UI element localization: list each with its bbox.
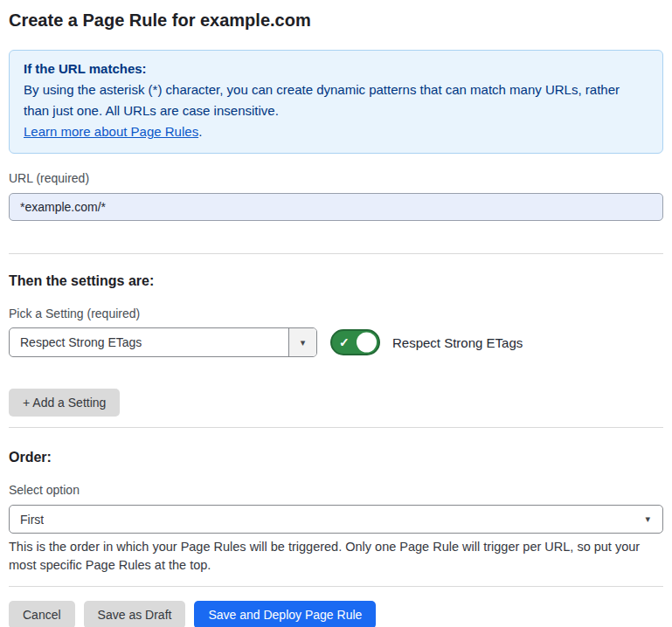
order-select-value: First (10, 513, 44, 527)
settings-section-heading: Then the settings are: (9, 272, 663, 289)
respect-strong-etags-toggle[interactable]: ✓ (330, 329, 380, 355)
info-box-link-line: Learn more about Page Rules. (24, 121, 648, 142)
footer-actions: Cancel Save as Draft Save and Deploy Pag… (9, 601, 663, 627)
save-as-draft-button[interactable]: Save as Draft (84, 601, 186, 627)
setting-picker-label: Pick a Setting (required) (9, 307, 663, 321)
setting-select-value: Respect Strong ETags (10, 335, 142, 349)
page-title: Create a Page Rule for example.com (9, 0, 663, 31)
save-and-deploy-button[interactable]: Save and Deploy Page Rule (194, 601, 376, 627)
page-rule-form: Create a Page Rule for example.com If th… (0, 0, 672, 627)
order-section-heading: Order: (9, 449, 663, 465)
divider (9, 253, 663, 254)
link-suffix: . (198, 124, 202, 139)
check-icon: ✓ (339, 336, 350, 348)
chevron-down-icon: ▾ (645, 513, 662, 525)
chevron-down-icon[interactable]: ▾ (288, 328, 316, 356)
divider (9, 586, 663, 587)
add-setting-button[interactable]: + Add a Setting (9, 389, 120, 417)
order-help-text: This is the order in which your Page Rul… (9, 538, 660, 575)
order-select-label: Select option (9, 483, 663, 498)
learn-more-link[interactable]: Learn more about Page Rules (24, 124, 198, 139)
url-match-info-box: If the URL matches: By using the asteris… (9, 50, 663, 154)
info-box-body: By using the asterisk (*) character, you… (24, 79, 648, 121)
url-field-label: URL (required) (9, 171, 663, 186)
url-input[interactable] (9, 193, 663, 221)
cancel-button[interactable]: Cancel (9, 601, 75, 627)
toggle-label: Respect Strong ETags (392, 335, 523, 350)
info-box-heading: If the URL matches: (24, 59, 648, 79)
setting-select[interactable]: Respect Strong ETags ▾ (9, 327, 317, 357)
setting-row: Respect Strong ETags ▾ ✓ Respect Strong … (9, 327, 663, 357)
divider (9, 427, 663, 428)
toggle-knob (357, 333, 377, 353)
order-select[interactable]: First ▾ (9, 505, 663, 534)
